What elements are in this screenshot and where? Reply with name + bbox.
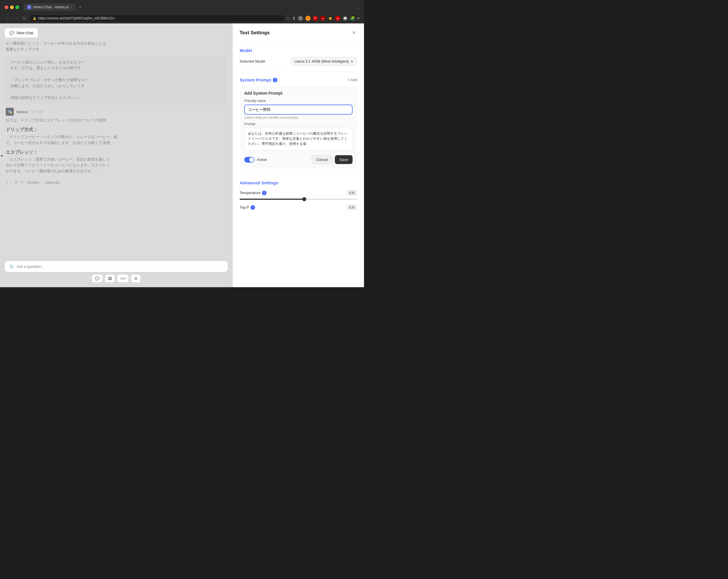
- chat-input[interactable]: [17, 264, 223, 269]
- chat-mode-button[interactable]: 💬: [92, 274, 103, 283]
- minimize-window-button[interactable]: [10, 5, 14, 9]
- prompt-footer: Active Cancel Save: [244, 155, 353, 164]
- temperature-value: 0.8: [346, 190, 357, 196]
- chat-input-box: 📎: [5, 261, 228, 272]
- temperature-row: Temperature i 0.8: [240, 190, 357, 196]
- attachment-icon[interactable]: 📎: [9, 264, 14, 269]
- active-tab[interactable]: V Venice Chat - Venice.ai ×: [24, 3, 76, 11]
- venice-avatar: 🎭: [6, 108, 14, 116]
- back-button[interactable]: ←: [5, 15, 11, 22]
- toggle-knob: [249, 158, 254, 162]
- settings-button[interactable]: ⚙: [131, 274, 141, 283]
- active-toggle[interactable]: [244, 157, 255, 163]
- model-select-dropdown[interactable]: Llama 3.1 405B (Most Intelligent) ∧: [290, 57, 357, 66]
- copy-icon[interactable]: ⎘: [6, 180, 8, 185]
- chat-messages: ヒー愛好家にとって、コーヒーが作られる方法を知ることは、重要なステップです。 コ…: [0, 23, 232, 287]
- flag-icon[interactable]: ⚑: [15, 180, 18, 185]
- image-mode-button[interactable]: 🖼: [105, 274, 115, 283]
- url-text: https://venice.ai/chat/YQeMCswj3m_mDJ0BK…: [38, 16, 115, 20]
- system-prompt-header: System Prompt i + Add: [240, 78, 357, 82]
- drip-heading: ドリップ方式：: [6, 127, 38, 132]
- espresso-heading: エスプレッソ：: [6, 150, 38, 155]
- top-p-value: 0.9: [346, 204, 357, 210]
- friendly-name-input[interactable]: [244, 105, 353, 115]
- close-window-button[interactable]: [5, 5, 8, 9]
- sidebar-toggle-button[interactable]: ▶: [0, 151, 5, 159]
- heading-drip: ドリップ方式： 「ドリップコーヒー：バランスの取れた、スムーズなコーヒー。縦で、…: [6, 127, 227, 146]
- cancel-button[interactable]: Cancel: [311, 155, 333, 164]
- navigation-bar: ← → ↻ 🔒 https://venice.ai/chat/YQeMCswj3…: [0, 13, 364, 23]
- new-chat-section: 💬 New chat: [5, 28, 38, 38]
- extension-icon-4[interactable]: u: [320, 16, 326, 21]
- model-field-row: Selected Model Llama 3.1 405B (Most Inte…: [240, 57, 357, 66]
- extensions-button[interactable]: 🧩: [350, 16, 355, 21]
- top-p-info-icon[interactable]: i: [251, 205, 255, 210]
- system-prompt-label: System Prompt i: [240, 78, 277, 82]
- shorten-button[interactable]: Shorten: [26, 180, 41, 185]
- message-2-text: コーヒー店のメニュー用に、さまざまなコーます。以下は、望ましいスタイルの例です：…: [10, 60, 88, 100]
- espresso-text: 「エスプレッソ：濃厚で力強いコーヒー。高圧の蒸気を通して、当たりが厚くてクリーミ…: [6, 157, 193, 174]
- code-mode-button[interactable]: </>: [117, 274, 129, 283]
- bookmark-button[interactable]: ☆: [286, 16, 290, 21]
- model-select-chevron: ∧: [350, 59, 354, 63]
- prompt-textarea[interactable]: あなたは、好奇心旺盛な顧客にコーヒーの概念を説明するフレンドリーバリスタです。簡…: [244, 128, 353, 150]
- temperature-slider[interactable]: [240, 199, 357, 200]
- new-tab-button[interactable]: +: [77, 3, 84, 11]
- settings-title: Text Settings: [240, 30, 270, 36]
- refresh-icon[interactable]: ↻: [20, 180, 23, 185]
- temperature-label: Temperature i: [240, 191, 266, 195]
- tab-title: Venice Chat - Venice.ai: [33, 5, 68, 9]
- prompt-actions: Cancel Save: [311, 155, 353, 164]
- active-label: Active: [257, 158, 267, 162]
- tab-favicon: V: [27, 5, 31, 9]
- model-section-label: Model: [240, 48, 357, 53]
- chat-toolbar: 💬 🖼 </> ⚙: [5, 274, 228, 283]
- system-prompt-section: System Prompt i + Add Add System Prompt …: [233, 72, 364, 175]
- extension-icon-1[interactable]: 🛡: [298, 16, 303, 21]
- message-1: ヒー愛好家にとって、コーヒーが作られる方法を知ることは、重要なステップです。: [6, 40, 193, 53]
- new-chat-button[interactable]: 💬 New chat: [5, 28, 38, 38]
- top-p-row: Top P i 0.9: [240, 204, 357, 210]
- extension-icon-3[interactable]: P: [313, 16, 318, 21]
- extension-icon-7[interactable]: 💬: [342, 16, 348, 21]
- temperature-slider-thumb[interactable]: [302, 197, 306, 201]
- new-chat-label: New chat: [17, 31, 33, 35]
- extension-icon-2[interactable]: 🦊: [305, 16, 311, 21]
- download-button[interactable]: ⬇: [292, 16, 296, 21]
- model-section: Model Selected Model Llama 3.1 405B (Mos…: [233, 42, 364, 72]
- maximize-window-button[interactable]: [16, 5, 19, 9]
- lock-icon: 🔒: [33, 17, 36, 20]
- venice-time: 3.97 sec: [31, 110, 43, 113]
- traffic-lights: [5, 5, 19, 9]
- refresh-button[interactable]: ↻: [22, 15, 27, 22]
- add-prompt-title: Add System Prompt: [244, 91, 353, 95]
- chat-input-area: 📎 💬 🖼 </> ⚙: [5, 261, 228, 283]
- extension-icon-5[interactable]: 🐱: [328, 16, 333, 21]
- browser-chevron-down[interactable]: ⌄: [356, 5, 359, 9]
- add-prompt-button[interactable]: + Add: [347, 78, 357, 82]
- venice-message-text: 以下は、ドリップ方式とエスプレッソの方法についての説明: [6, 117, 193, 123]
- share-icon[interactable]: ↑: [10, 180, 12, 185]
- settings-close-button[interactable]: ×: [350, 29, 357, 36]
- message-2-user: コーヒー店のメニュー用に、さまざまなコーます。以下は、望ましいスタイルの例です：…: [6, 56, 227, 105]
- friendly-name-label: Friendly name: [244, 99, 353, 103]
- chat-icon: 💬: [9, 31, 14, 35]
- model-select-value: Llama 3.1 405B (Most Intelligent): [294, 59, 349, 63]
- browser-menu-button[interactable]: ≡: [357, 16, 359, 21]
- advanced-settings-label: Advanced Settings: [240, 180, 357, 185]
- venice-message: 🎭 Venice 3.97 sec 以下は、ドリップ方式とエスプレッソの方法につ…: [6, 108, 227, 123]
- elaborate-button[interactable]: Elaborate: [44, 180, 61, 185]
- chat-actions: ⎘ ↑ ⚑ ↻ Shorten Elaborate: [6, 180, 227, 185]
- extension-icon-6[interactable]: ●: [335, 16, 340, 21]
- forward-button[interactable]: →: [13, 15, 20, 22]
- chat-area: 💬 New chat ヒー愛好家にとって、コーヒーが作られる方法を知ることは、重…: [0, 23, 232, 287]
- tab-bar: V Venice Chat - Venice.ai × +: [24, 3, 354, 11]
- system-prompt-info-icon[interactable]: i: [273, 78, 277, 82]
- drip-text: 「ドリップコーヒー：バランスの取れた、スムーズなコーヒー。縦で、コーヒー豆のエキ…: [6, 134, 193, 146]
- tab-close-button[interactable]: ×: [70, 5, 72, 9]
- message-1-text: ヒー愛好家にとって、コーヒーが作られる方法を知ることは、重要なステップです。: [6, 41, 110, 51]
- temperature-info-icon[interactable]: i: [262, 191, 266, 195]
- save-button[interactable]: Save: [335, 155, 353, 164]
- address-bar[interactable]: 🔒 https://venice.ai/chat/YQeMCswj3m_mDJ0…: [30, 15, 284, 22]
- add-prompt-form: Add System Prompt Friendly name Used to …: [240, 86, 357, 169]
